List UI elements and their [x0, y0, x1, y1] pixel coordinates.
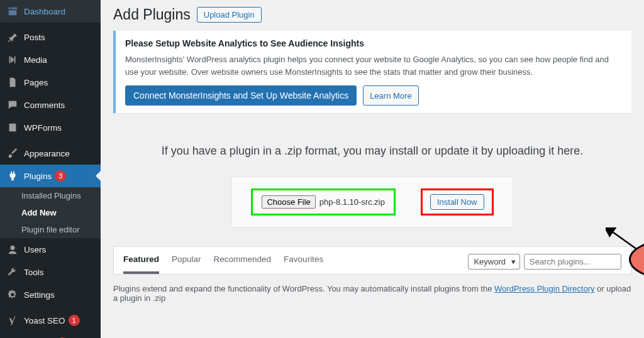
pin-icon [6, 31, 19, 43]
sidebar-item-label: Media [24, 55, 47, 65]
sidebar-item-label: Settings [24, 290, 55, 300]
sidebar-item-pages[interactable]: Pages [0, 71, 101, 94]
sidebar-item-dashboard[interactable]: Dashboard [0, 0, 101, 23]
sidebar-item-label: Comments [24, 101, 65, 110]
submenu-add-new[interactable]: Add New [0, 204, 101, 221]
dashboard-icon [6, 5, 19, 18]
tab-featured[interactable]: Featured [123, 254, 159, 274]
sidebar-item-label: Users [24, 245, 46, 254]
filter-tabs: Featured Popular Recommended Favourites [123, 254, 323, 274]
yoast-icon [6, 314, 19, 327]
sidebar-item-insights[interactable]: Insights 5 [0, 332, 101, 338]
sidebar-item-posts[interactable]: Posts [0, 26, 101, 48]
sidebar-item-label: Pages [24, 78, 48, 87]
tab-recommended[interactable]: Recommended [214, 254, 272, 274]
plugin-directory-link[interactable]: WordPress Plugin Directory [494, 284, 594, 293]
plugins-submenu: Installed Plugins Add New Plugin file ed… [0, 187, 101, 238]
upload-instructions: If you have a plugin in a .zip format, y… [126, 144, 619, 158]
plugin-filter-bar: Featured Popular Recommended Favourites … [113, 246, 631, 275]
choose-file-button[interactable]: Choose File [262, 195, 315, 209]
sidebar-item-media[interactable]: Media [0, 48, 101, 71]
search-area: Keyword [468, 254, 621, 270]
notice-title: Please Setup Website Analytics to See Au… [125, 38, 622, 48]
sidebar-item-wpforms[interactable]: WPForms [0, 116, 101, 139]
sidebar-item-label: Dashboard [24, 7, 65, 16]
update-badge: 3 [55, 170, 66, 182]
connect-monsterinsights-button[interactable]: Connect MonsterInsights and Set Up Websi… [125, 85, 357, 106]
tab-favourites[interactable]: Favourites [284, 254, 323, 274]
admin-sidebar: Dashboard Posts Media Pages Comments WPF… [0, 0, 101, 338]
monsterinsights-notice: Please Setup Website Analytics to See Au… [113, 31, 631, 113]
brush-icon [6, 147, 19, 160]
sidebar-item-yoast[interactable]: Yoast SEO 1 [0, 309, 101, 332]
svg-point-0 [10, 246, 14, 250]
page-icon [6, 76, 19, 89]
upload-section: If you have a plugin in a .zip format, y… [113, 126, 631, 246]
sidebar-item-label: Plugins [24, 172, 52, 181]
search-type-select[interactable]: Keyword [468, 254, 520, 270]
learn-more-button[interactable]: Learn More [363, 85, 418, 106]
sidebar-item-label: WPForms [24, 123, 62, 133]
search-plugins-input[interactable] [524, 254, 621, 270]
selected-file-name: php-8.1.10-src.zip [319, 197, 385, 207]
sidebar-item-appearance[interactable]: Appearance [0, 142, 101, 165]
sidebar-item-label: Yoast SEO [24, 316, 65, 325]
notice-body: MonsterInsights' WordPress analytics plu… [125, 53, 622, 78]
upload-plugin-button[interactable]: Upload Plugin [197, 7, 262, 23]
comment-icon [6, 99, 19, 111]
tab-popular[interactable]: Popular [172, 254, 201, 274]
sidebar-item-label: Appearance [24, 149, 70, 158]
form-icon [6, 121, 19, 134]
sidebar-item-comments[interactable]: Comments [0, 94, 101, 116]
sidebar-item-settings[interactable]: Settings [0, 283, 101, 306]
submenu-installed-plugins[interactable]: Installed Plugins [0, 187, 101, 204]
sidebar-item-label: Posts [24, 33, 45, 42]
sidebar-item-tools[interactable]: Tools [0, 261, 101, 283]
settings-icon [6, 288, 19, 301]
update-badge: 1 [69, 315, 80, 326]
upload-form: Choose File php-8.1.10-src.zip Install N… [231, 177, 513, 227]
sidebar-item-plugins[interactable]: Plugins 3 [0, 165, 101, 187]
file-input-highlight: Choose File php-8.1.10-src.zip [251, 188, 395, 215]
sidebar-item-label: Tools [24, 268, 44, 277]
sidebar-item-users[interactable]: Users [0, 238, 101, 261]
media-icon [6, 53, 19, 66]
footer-description: Plugins extend and expand the functional… [113, 284, 631, 303]
main-content: Add Plugins Upload Plugin Please Setup W… [101, 0, 644, 338]
user-icon [6, 243, 19, 256]
page-header: Add Plugins Upload Plugin [113, 6, 631, 23]
submenu-plugin-file-editor[interactable]: Plugin file editor [0, 221, 101, 238]
wrench-icon [6, 266, 19, 278]
install-button-highlight: Install Now [421, 188, 494, 215]
plug-icon [6, 170, 19, 182]
install-now-button[interactable]: Install Now [430, 194, 484, 210]
page-title: Add Plugins [113, 6, 191, 23]
